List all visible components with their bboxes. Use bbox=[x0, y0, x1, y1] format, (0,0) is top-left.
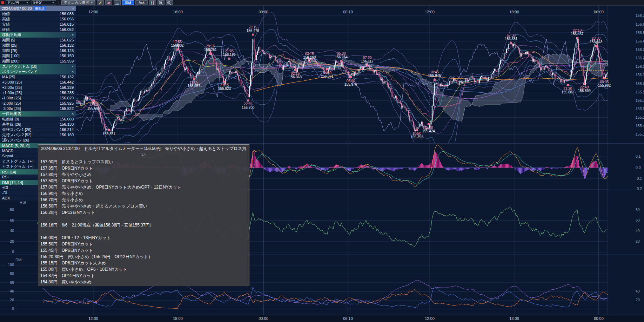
section-title: 一目均衡表 bbox=[2, 111, 21, 117]
close-icon[interactable]: × bbox=[72, 7, 74, 11]
order-line: 156.70円 売り小さめ bbox=[40, 197, 247, 203]
marker-price: 156.478 bbox=[247, 29, 260, 33]
row-label: 期間 [75] bbox=[2, 48, 17, 53]
marker-price: 156.063 bbox=[289, 75, 302, 79]
marker-price: 155.695 bbox=[87, 106, 100, 110]
row-label: +1.00σ [25] bbox=[2, 91, 22, 95]
row-value: 156.015 bbox=[60, 22, 74, 26]
marker-price: 155.424 bbox=[422, 129, 435, 133]
row-value: 156.130 bbox=[60, 122, 74, 126]
row-label: ADX bbox=[2, 196, 10, 200]
draw-pencil-button[interactable] bbox=[97, 0, 104, 5]
marker-price: 156.302 bbox=[171, 44, 184, 47]
dmi-axis-label: 80 bbox=[10, 271, 14, 276]
chart-settings-button[interactable] bbox=[114, 0, 121, 5]
marker-point bbox=[583, 83, 585, 85]
row-label: +2.00σ [25] bbox=[2, 85, 22, 90]
row-label: 期間 [5] bbox=[2, 38, 15, 43]
row-label: ヒストグラム（+） bbox=[2, 159, 36, 164]
order-board-title: 2024/06/06 21:04:00 ドル円リアルタイムオーダー＝156.50… bbox=[40, 146, 247, 158]
marker-point bbox=[428, 123, 429, 125]
rsi-axis-label-right: 80 bbox=[636, 208, 640, 212]
marker-price: 155.882 bbox=[562, 90, 575, 94]
row-value: 156.132 bbox=[60, 43, 74, 47]
zoom-in-button[interactable] bbox=[157, 0, 165, 5]
ohlc-row: 始値156.033 bbox=[0, 11, 76, 17]
pencil-icon bbox=[98, 1, 102, 5]
marker-point bbox=[309, 61, 310, 63]
candlestick-icon bbox=[150, 1, 155, 5]
bid-button[interactable]: Bid bbox=[122, 0, 134, 5]
rsi-axis-label: 20 bbox=[10, 239, 14, 243]
row-value: 155.925 bbox=[60, 101, 74, 105]
order-line: 154.80円 買いやや小さめ bbox=[40, 279, 247, 285]
section-title: MACD [5, 20, 9] bbox=[2, 144, 29, 148]
marker-point bbox=[209, 53, 211, 55]
order-line: 156.16円 6/6 21:00現在（高値156.38円 - 安値155.37… bbox=[40, 222, 247, 228]
order-board-overlay[interactable]: 2024/06/06 21:04:00 ドル円リアルタイムオーダー＝156.50… bbox=[38, 144, 249, 286]
order-line: 155.50円 OP6日NYカット bbox=[40, 241, 247, 247]
technical-select-label: テクニカル選択 bbox=[64, 0, 89, 5]
close-icon[interactable]: × bbox=[72, 65, 74, 68]
marker-price: 155.351 bbox=[102, 132, 115, 136]
indicator-row: +2.00σ [25]156.339 bbox=[0, 85, 76, 90]
indicator-section-header: ボリンジャーバンド× bbox=[0, 69, 76, 74]
marker-point bbox=[341, 60, 342, 62]
time-axis-label-top: 12:00 bbox=[425, 10, 435, 14]
row-label: 安値 bbox=[2, 22, 10, 27]
close-icon[interactable]: × bbox=[72, 70, 74, 74]
indicator-row: +1.00σ [25]156.235 bbox=[0, 90, 76, 96]
indicator-row: 期間 [100]156.150 bbox=[0, 53, 76, 59]
row-value: 156.160 bbox=[60, 133, 74, 137]
row-value: 156.132 bbox=[60, 75, 74, 79]
zoom-out-button[interactable] bbox=[166, 0, 173, 5]
eraser-button[interactable] bbox=[105, 0, 112, 5]
technical-select-button[interactable]: テクニカル選択 ▼ bbox=[61, 0, 95, 5]
toolbar-separator bbox=[59, 1, 59, 5]
time-axis-label-bottom: 00:00 bbox=[594, 316, 604, 321]
timeframe-select[interactable]: 5分足 ▼ bbox=[32, 0, 56, 5]
rsi-axis-label: 0 bbox=[12, 250, 14, 254]
order-line: 155.15円 OP6日NYカット大きめ bbox=[40, 260, 247, 266]
row-label: +DI bbox=[2, 185, 8, 190]
close-icon[interactable]: × bbox=[72, 112, 74, 116]
marker-price: 156.381 bbox=[505, 37, 518, 41]
candle-style-button[interactable] bbox=[149, 0, 156, 5]
marker-point bbox=[603, 78, 605, 79]
marker-price: 156.071 bbox=[321, 74, 334, 78]
time-axis-label-bottom: 06:10 bbox=[343, 316, 353, 321]
marker-point bbox=[510, 42, 512, 44]
indicator-row: +3.00σ [25]156.442 bbox=[0, 80, 76, 85]
order-line: 154.87円 OP11日NYカット bbox=[40, 272, 247, 279]
close-icon[interactable]: × bbox=[72, 33, 74, 37]
rsi-axis-label-right: 20 bbox=[636, 239, 640, 243]
price-axis-label: 155.7 bbox=[636, 98, 644, 103]
dmi-axis-label: 0 bbox=[12, 307, 14, 311]
pair-select[interactable]: ドル/円 ▼ bbox=[6, 0, 30, 5]
marker-point bbox=[595, 45, 597, 47]
candle-datetime: 2024/06/07 00:20 bbox=[2, 6, 32, 11]
ohlc-row: 終値156.052 bbox=[0, 27, 76, 32]
marker-price: 155.700 bbox=[242, 106, 255, 110]
order-line: 157.90円 超えるとストップロス買い bbox=[40, 159, 247, 165]
dmi-axis-label-right: 40 bbox=[636, 289, 640, 293]
indicator-row: 期間 [5]156.025 bbox=[0, 38, 76, 43]
indicator-row: 先行スパン2 [52]156.160 bbox=[0, 132, 76, 138]
indicator-row: 基準線 [26]156.130 bbox=[0, 122, 76, 127]
marker-price: 156.195 bbox=[223, 53, 236, 57]
price-axis-label: 155.8 bbox=[636, 90, 644, 94]
macd-axis-label: -0.1 bbox=[636, 176, 642, 180]
row-value: 156.033 bbox=[60, 12, 74, 16]
chevron-down-icon: ▼ bbox=[26, 1, 28, 4]
ask-button[interactable]: Ask bbox=[135, 0, 148, 5]
time-axis-label-top: 12:00 bbox=[88, 10, 98, 14]
time-axis-label-bottom: 18:00 bbox=[173, 316, 183, 321]
zoom-out-icon bbox=[167, 1, 172, 5]
row-label: -DI bbox=[2, 191, 7, 195]
rsi-axis-label: 40 bbox=[10, 229, 14, 233]
marker-point bbox=[576, 37, 578, 39]
time-axis-label-bottom: 12:00 bbox=[88, 316, 98, 321]
dmi-axis-label: 60 bbox=[10, 280, 14, 284]
marker-point bbox=[108, 129, 110, 131]
row-value: 156.080 bbox=[60, 117, 74, 121]
